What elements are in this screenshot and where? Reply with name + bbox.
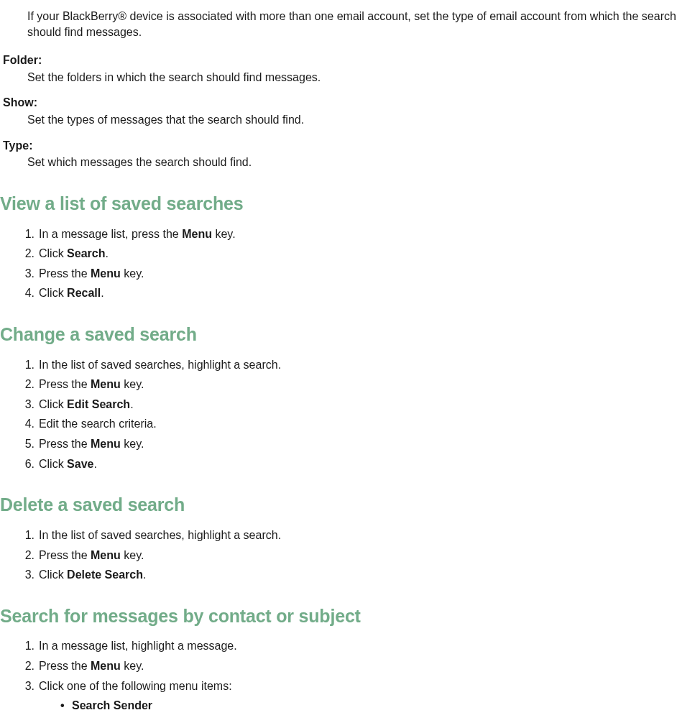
step: Press the Menu key. — [27, 658, 700, 674]
step: In a message list, highlight a message. — [27, 638, 700, 654]
criteria-label: Folder: — [0, 52, 700, 68]
heading-search-by-contact-subject: Search for messages by contact or subjec… — [0, 604, 700, 629]
step: In a message list, press the Menu key. — [27, 226, 700, 242]
heading-delete-saved-search: Delete a saved search — [0, 493, 700, 517]
criteria-label: Show: — [0, 95, 700, 111]
criteria-desc: Set which messages the search should fin… — [0, 155, 700, 170]
step: Press the Menu key. — [27, 377, 700, 392]
criteria-type: Type: Set which messages the search shou… — [0, 138, 700, 170]
criteria-show: Show: Set the types of messages that the… — [0, 95, 700, 127]
step: Click Edit Search. — [27, 397, 700, 413]
step: Click Delete Search. — [27, 567, 700, 583]
page-content: If your BlackBerry® device is associated… — [0, 9, 700, 714]
steps-change: In the list of saved searches, highlight… — [0, 357, 700, 472]
menu-items-list: Search Sender — [39, 698, 700, 714]
step: In the list of saved searches, highlight… — [27, 527, 700, 543]
step: Press the Menu key. — [27, 266, 700, 282]
step: In the list of saved searches, highlight… — [27, 357, 700, 373]
intro-paragraph: If your BlackBerry® device is associated… — [0, 9, 700, 40]
steps-searchby: In a message list, highlight a message. … — [0, 638, 700, 713]
heading-view-saved-searches: View a list of saved searches — [0, 192, 700, 216]
steps-view: In a message list, press the Menu key. C… — [0, 226, 700, 301]
criteria-folder: Folder: Set the folders in which the sea… — [0, 52, 700, 85]
step: Press the Menu key. — [27, 548, 700, 563]
steps-delete: In the list of saved searches, highlight… — [0, 527, 700, 583]
criteria-label: Type: — [0, 138, 700, 154]
criteria-desc: Set the folders in which the search shou… — [0, 70, 700, 86]
criteria-desc: Set the types of messages that the searc… — [0, 112, 700, 128]
step: Click Save. — [27, 456, 700, 472]
step: Click one of the following menu items: S… — [27, 678, 700, 714]
menu-item: Search Sender — [63, 698, 700, 714]
step: Click Recall. — [27, 285, 700, 301]
step: Press the Menu key. — [27, 436, 700, 452]
step: Click Search. — [27, 246, 700, 262]
heading-change-saved-search: Change a saved search — [0, 323, 700, 347]
step: Edit the search criteria. — [27, 416, 700, 432]
